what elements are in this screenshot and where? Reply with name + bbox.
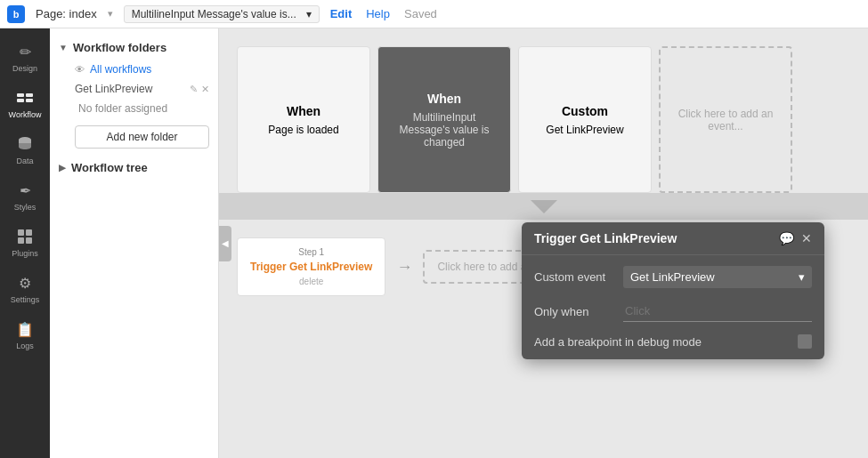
event-title-1: When [427,92,461,106]
only-when-row: Only when [534,301,812,322]
svg-rect-8 [26,237,32,244]
modal-close-icon[interactable]: ✕ [801,231,812,245]
sidebar-item-design[interactable]: ✏ Design [4,36,46,78]
modal-header-icons: 💬 ✕ [779,231,812,245]
svg-rect-6 [26,229,32,236]
event-sub-0: Page is loaded [268,124,338,136]
saved-status: Saved [404,7,437,20]
only-when-input[interactable] [623,301,812,322]
event-sub-2: Get LinkPreview [546,124,623,136]
svg-rect-0 [17,93,24,97]
workflow-tree-header[interactable]: ▶ Workflow tree [50,156,218,180]
breakpoint-checkbox[interactable] [798,334,812,349]
only-when-label: Only when [534,305,614,318]
svg-rect-7 [18,237,24,244]
event-title-2: Custom [562,104,608,118]
delete-icon[interactable]: ✕ [201,84,209,95]
plugins-icon [14,226,36,247]
styles-icon: ✒ [14,180,36,201]
get-linkpreview-item[interactable]: Get LinkPreview ✎ ✕ [50,79,218,99]
sidebar-item-data[interactable]: Data [4,128,46,171]
step-arrow: → [396,258,412,277]
workflow-icon [14,87,36,108]
step-1-delete[interactable]: delete [250,277,372,286]
add-folder-button[interactable]: Add new folder [75,125,209,149]
event-title-0: When [287,104,320,118]
event-add[interactable]: Click here to add an event... [659,46,792,193]
top-nav: Edit Help Saved [330,7,437,20]
edit-button[interactable]: Edit [330,7,353,20]
divider-arrow [531,200,557,213]
breakpoint-row: Add a breakpoint in debug mode [534,334,812,349]
custom-event-label: Custom event [534,270,614,284]
step-1-title: Trigger Get LinkPreview [250,261,372,273]
eye-icon: 👁 [75,64,85,75]
dropdown-arrow: ▾ [799,270,805,284]
events-row: When Page is loaded When MultilineInput … [219,28,868,193]
svg-rect-1 [26,93,33,97]
breakpoint-label: Add a breakpoint in debug mode [534,335,702,349]
modal-comment-icon[interactable]: 💬 [779,231,794,245]
collapse-button[interactable]: ◀ [219,226,231,261]
add-event-label: Click here to add an event... [669,108,782,133]
icon-sidebar: ✏ Design Workflow Dat [0,28,50,458]
event-multiline-changed[interactable]: When MultilineInput Message's value is c… [377,46,511,193]
all-workflows-item[interactable]: 👁 All workflows [50,60,218,79]
main-layout: ✏ Design Workflow Dat [0,28,868,458]
folders-collapse-arrow: ▼ [59,43,68,52]
step-1-card[interactable]: Step 1 Trigger Get LinkPreview delete [237,237,385,296]
sidebar-item-workflow[interactable]: Workflow [4,82,46,125]
svg-rect-5 [18,229,24,236]
svg-rect-3 [26,99,33,102]
workflow-folders-header[interactable]: ▼ Workflow folders [50,36,218,60]
workflow-dropdown-arrow: ▾ [306,8,312,20]
svg-rect-2 [17,99,24,102]
sidebar-item-styles[interactable]: ✒ Styles [4,174,46,217]
tree-collapse-arrow: ▶ [59,163,66,173]
divider-row [219,193,868,220]
edit-delete-icons: ✎ ✕ [190,84,209,95]
help-button[interactable]: Help [366,7,390,20]
page-label: Page: index [36,7,97,20]
edit-icon[interactable]: ✎ [190,84,198,95]
event-get-linkpreview[interactable]: Custom Get LinkPreview [518,46,652,193]
no-folder-item: No folder assigned [50,99,218,118]
app-logo: b [7,5,25,23]
sidebar-item-logs[interactable]: 📋 Logs [4,313,46,356]
trigger-modal: Trigger Get LinkPreview 💬 ✕ Custom event… [522,222,824,359]
custom-event-row: Custom event Get LinkPreview ▾ [534,266,812,288]
content-area: When Page is loaded When MultilineInput … [219,28,868,458]
event-page-loaded[interactable]: When Page is loaded [237,46,370,193]
left-panel: ▼ Workflow folders 👁 All workflows Get L… [50,28,219,458]
step-1-label: Step 1 [250,247,372,257]
sidebar-item-plugins[interactable]: Plugins [4,221,46,263]
modal-header: Trigger Get LinkPreview 💬 ✕ [522,222,824,255]
topbar: b Page: index ▾ MultilineInput Message's… [0,0,868,28]
sidebar-item-settings[interactable]: ⚙ Settings [4,267,46,309]
modal-body: Custom event Get LinkPreview ▾ Only when… [522,255,824,359]
modal-title: Trigger Get LinkPreview [534,231,677,245]
data-icon [14,133,36,155]
page-dropdown-arrow[interactable]: ▾ [108,8,113,20]
settings-icon: ⚙ [14,272,36,293]
custom-event-dropdown[interactable]: Get LinkPreview ▾ [623,266,812,288]
event-sub-1: MultilineInput Message's value is change… [387,111,501,149]
workflow-selector[interactable]: MultilineInput Message's value is... ▾ [124,5,320,23]
design-icon: ✏ [14,41,36,62]
custom-event-value: Get LinkPreview [630,270,715,284]
logs-icon: 📋 [14,318,36,340]
